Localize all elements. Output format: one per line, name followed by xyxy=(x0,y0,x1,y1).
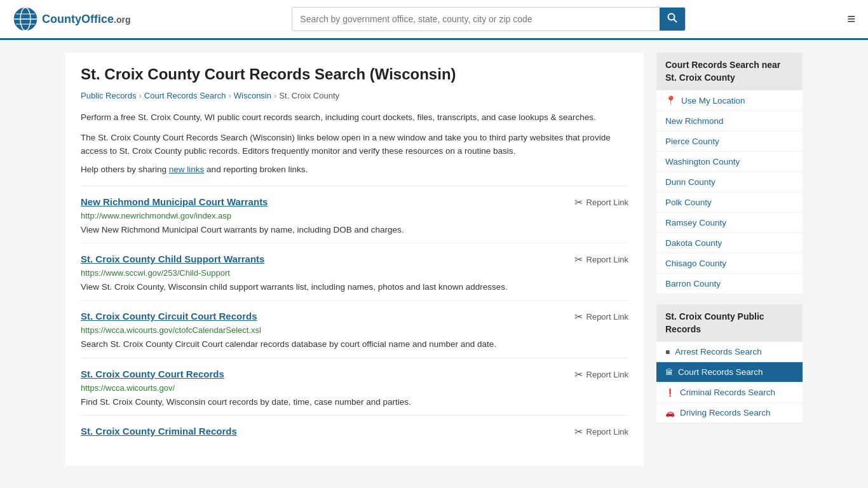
public-records-item-1[interactable]: 🏛 Court Records Search xyxy=(656,362,803,383)
public-records-header: St. Croix County Public Records xyxy=(656,304,803,342)
record-desc-1: View St. Croix County, Wisconsin child s… xyxy=(81,281,628,294)
nearby-item-3[interactable]: Washington County xyxy=(656,152,803,172)
public-records-icon-3: 🚗 xyxy=(665,409,675,417)
content-area: St. Croix County Court Records Search (W… xyxy=(65,53,644,466)
intro-paragraph-1: Perform a free St. Croix County, WI publ… xyxy=(81,111,628,125)
public-records-item-label-1: Court Records Search xyxy=(678,367,763,377)
public-records-section: St. Croix County Public Records ■ Arrest… xyxy=(656,304,803,423)
share-text: Help others by sharing new links and rep… xyxy=(81,165,628,174)
nearby-item-label-7: Dakota County xyxy=(665,238,722,248)
breadcrumb-court-records[interactable]: Court Records Search xyxy=(144,91,226,100)
new-links-link[interactable]: new links xyxy=(169,165,205,174)
nearby-section: Court Records Search near St. Croix Coun… xyxy=(656,53,803,294)
record-url-2[interactable]: https://wcca.wicourts.gov/ctofcCalendarS… xyxy=(81,325,628,335)
breadcrumb-current: St. Croix County xyxy=(279,91,339,100)
record-item: St. Croix County Child Support Warrants … xyxy=(81,243,628,300)
public-records-item-2[interactable]: ❗ Criminal Records Search xyxy=(656,383,803,403)
search-icon xyxy=(667,13,677,23)
record-url-1[interactable]: https://www.sccwi.gov/253/Child-Support xyxy=(81,268,628,278)
svg-point-6 xyxy=(668,14,675,20)
nearby-item-6[interactable]: Ramsey County xyxy=(656,213,803,233)
records-list: New Richmond Municipal Court Warrants ✂ … xyxy=(81,186,628,447)
sidebar: Court Records Search near St. Croix Coun… xyxy=(656,53,803,466)
record-title-3[interactable]: St. Croix County Court Records xyxy=(81,369,224,379)
report-link-label-0: Report Link xyxy=(587,198,628,207)
record-header: St. Croix County Court Records ✂ Report … xyxy=(81,369,628,381)
nearby-item-0[interactable]: 📍Use My Location xyxy=(656,90,803,111)
report-icon-1: ✂ xyxy=(574,254,583,266)
search-input-box xyxy=(292,7,686,31)
logo-icon xyxy=(13,6,38,32)
report-link-4[interactable]: ✂ Report Link xyxy=(574,426,628,438)
record-header: St. Croix County Child Support Warrants … xyxy=(81,254,628,266)
report-icon-3: ✂ xyxy=(574,369,583,381)
record-url-3[interactable]: https://wcca.wicourts.gov/ xyxy=(81,383,628,393)
nearby-item-2[interactable]: Pierce County xyxy=(656,132,803,152)
nearby-item-label-6: Ramsey County xyxy=(665,218,726,227)
nearby-item-9[interactable]: Barron County xyxy=(656,274,803,294)
report-link-2[interactable]: ✂ Report Link xyxy=(574,311,628,323)
record-header: St. Croix County Circuit Court Records ✂… xyxy=(81,311,628,323)
main-wrapper: St. Croix County Court Records Search (W… xyxy=(53,40,815,478)
public-records-item-3[interactable]: 🚗 Driving Records Search xyxy=(656,403,803,423)
search-button[interactable] xyxy=(660,8,685,30)
search-input[interactable] xyxy=(292,8,660,30)
record-desc-0: View New Richmond Municipal Court warran… xyxy=(81,224,628,236)
nearby-item-5[interactable]: Polk County xyxy=(656,193,803,213)
logo-text: CountyOffice.org xyxy=(42,13,130,26)
record-header: St. Croix County Criminal Records ✂ Repo… xyxy=(81,426,628,438)
nearby-item-label-5: Polk County xyxy=(665,198,712,207)
public-records-icon-2: ❗ xyxy=(665,388,675,397)
menu-button[interactable]: ≡ xyxy=(847,11,855,27)
record-title-1[interactable]: St. Croix County Child Support Warrants xyxy=(81,254,264,264)
record-item: New Richmond Municipal Court Warrants ✂ … xyxy=(81,186,628,243)
nearby-item-label-9: Barron County xyxy=(665,279,721,288)
public-records-item-label-0: Arrest Records Search xyxy=(675,347,762,356)
nearby-item-label-3: Washington County xyxy=(665,157,740,166)
record-url-0[interactable]: http://www.newrichmondwi.gov/index.asp xyxy=(81,211,628,220)
record-title-2[interactable]: St. Croix County Circuit Court Records xyxy=(81,311,257,322)
report-link-1[interactable]: ✂ Report Link xyxy=(574,254,628,266)
nearby-item-1[interactable]: New Richmond xyxy=(656,111,803,132)
svg-line-7 xyxy=(674,20,677,23)
nearby-item-7[interactable]: Dakota County xyxy=(656,233,803,254)
report-link-3[interactable]: ✂ Report Link xyxy=(574,369,628,381)
nearby-item-8[interactable]: Chisago County xyxy=(656,254,803,274)
record-title-4[interactable]: St. Croix County Criminal Records xyxy=(81,426,237,437)
nearby-item-label-1: New Richmond xyxy=(665,116,724,126)
record-header: New Richmond Municipal Court Warrants ✂ … xyxy=(81,196,628,208)
breadcrumb: Public Records › Court Records Search › … xyxy=(81,91,628,100)
search-area xyxy=(292,7,686,31)
report-link-label-4: Report Link xyxy=(587,427,628,437)
nearby-item-label-0: Use My Location xyxy=(681,96,745,105)
public-records-icon-1: 🏛 xyxy=(665,368,673,377)
record-item: St. Croix County Court Records ✂ Report … xyxy=(81,358,628,415)
nearby-header: Court Records Search near St. Croix Coun… xyxy=(656,53,803,90)
record-item: St. Croix County Criminal Records ✂ Repo… xyxy=(81,415,628,447)
report-icon-4: ✂ xyxy=(574,426,583,438)
breadcrumb-wisconsin[interactable]: Wisconsin xyxy=(234,91,271,100)
record-desc-2: Search St. Croix County Circuit Court ca… xyxy=(81,338,628,351)
report-link-label-2: Report Link xyxy=(587,312,628,322)
public-records-item-0[interactable]: ■ Arrest Records Search xyxy=(656,342,803,362)
intro-paragraph-2: The St. Croix County Court Records Searc… xyxy=(81,131,628,158)
report-icon-2: ✂ xyxy=(574,311,583,323)
nearby-item-label-8: Chisago County xyxy=(665,259,726,268)
header: CountyOffice.org ≡ xyxy=(0,0,868,40)
breadcrumb-public-records[interactable]: Public Records xyxy=(81,91,136,100)
record-item: St. Croix County Circuit Court Records ✂… xyxy=(81,300,628,357)
nearby-item-4[interactable]: Dunn County xyxy=(656,172,803,193)
nearby-item-label-4: Dunn County xyxy=(665,177,715,187)
page-title: St. Croix County Court Records Search (W… xyxy=(81,65,628,83)
report-link-0[interactable]: ✂ Report Link xyxy=(574,196,628,208)
public-records-items-list: ■ Arrest Records Search 🏛 Court Records … xyxy=(656,342,803,423)
public-records-item-label-2: Criminal Records Search xyxy=(680,388,775,397)
nearby-item-label-2: Pierce County xyxy=(665,137,719,146)
nearby-items-list: 📍Use My LocationNew RichmondPierce Count… xyxy=(656,90,803,294)
record-title-0[interactable]: New Richmond Municipal Court Warrants xyxy=(81,196,268,207)
report-link-label-1: Report Link xyxy=(587,255,628,264)
record-desc-3: Find St. Croix County, Wisconsin court r… xyxy=(81,396,628,409)
public-records-icon-0: ■ xyxy=(665,348,670,356)
location-icon: 📍 xyxy=(665,95,676,105)
public-records-item-label-3: Driving Records Search xyxy=(680,408,771,417)
